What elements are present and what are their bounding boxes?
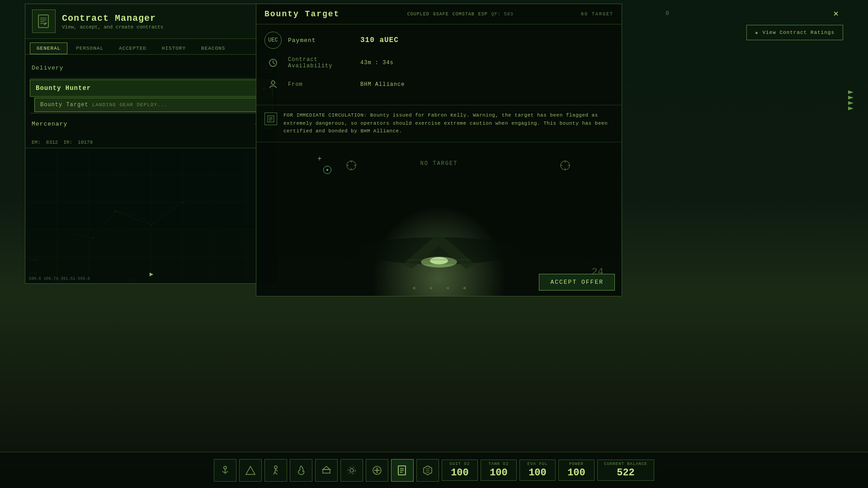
hud-nav-btn-4[interactable] <box>290 459 312 482</box>
ir-label: IR: <box>63 140 72 145</box>
bottom-hud-bar: SUIT O2 100 TANK O2 100 EVA FUL 100 POWE… <box>0 452 868 488</box>
tank-value: 100 <box>490 467 508 479</box>
map-coords: 599.6 100.74 391.51 559.6 <box>29 277 90 281</box>
hud-balance: CURRENT BALANCE 522 <box>597 460 654 481</box>
description-section: FOR IMMEDIATE CIRCULATION: Bounty issued… <box>256 105 622 142</box>
desc-icon <box>264 113 277 125</box>
hud-nav-btn-2[interactable] <box>239 459 262 482</box>
uec-icon: UEC <box>264 32 282 49</box>
person-icon <box>264 76 282 93</box>
svg-point-50 <box>224 466 226 469</box>
indicator-1 <box>848 90 854 94</box>
payment-value: 310 aUEC <box>360 36 399 44</box>
from-label: From <box>288 81 360 88</box>
tab-accepted[interactable]: ACCEPTED <box>112 42 153 54</box>
panel-title: Contract Manager <box>62 13 163 23</box>
category-delivery[interactable]: Delivery 1 <box>25 58 278 77</box>
hud-nav-btn-8[interactable] <box>391 459 414 482</box>
star-icon: ★ <box>755 29 759 36</box>
panel-header: Contract Manager View, accept, and creat… <box>25 4 278 39</box>
from-row: From BHM Alliance <box>264 76 613 93</box>
target-arrow-2: ◄ <box>429 285 432 291</box>
hud-nav-btn-3[interactable] <box>264 459 287 482</box>
tab-beacons[interactable]: BEACONS <box>194 42 232 54</box>
map-grid-svg: 1392.6 1392 1.58 eng <box>25 148 278 283</box>
contracts-icon <box>397 465 408 476</box>
eva-value: 100 <box>528 467 547 479</box>
payment-row: UEC Payment 310 aUEC <box>264 32 613 49</box>
hud-nav-btn-7[interactable] <box>366 459 388 482</box>
hud-nav-btn-1[interactable] <box>214 459 236 482</box>
hud-tank-stat: TANK O2 100 <box>481 460 517 481</box>
qf-label: QF: 583 <box>491 12 514 17</box>
target-arrow-4: ◄ <box>462 285 466 291</box>
uec-symbol: UEC <box>268 37 278 43</box>
indicator-4 <box>848 107 854 110</box>
triangle-icon <box>245 465 256 476</box>
bounty-target-label: Bounty Target <box>40 102 89 108</box>
availability-value: 43m : 34s <box>360 60 394 66</box>
tab-history[interactable]: HISTORY <box>155 42 193 54</box>
close-x-icon: × <box>833 9 839 19</box>
suit-value: 100 <box>451 467 469 479</box>
hud-nav-btn-9[interactable] <box>416 459 439 482</box>
category-list: Delivery 1 Bounty Hunter ▶ Bounty Target… <box>25 55 278 137</box>
svg-line-21 <box>115 211 151 225</box>
stats-row: EM: 8312 IR: 10179 <box>25 137 278 148</box>
svg-line-57 <box>276 469 278 471</box>
accept-offer-button[interactable]: ACCEPT OFFER <box>539 274 615 291</box>
mini-map-area: 1392.6 1392 1.58 eng ▶ 599.6 100.74 391.… <box>25 148 278 283</box>
payment-section: UEC Payment 310 aUEC Contract Availabili… <box>256 24 622 105</box>
anchor-icon <box>220 465 231 476</box>
em-label: EM: <box>32 140 41 145</box>
panel-title-group: Contract Manager View, accept, and creat… <box>62 13 163 30</box>
svg-text:1392: 1392 <box>30 258 38 262</box>
hud-eva-stat: EVA FUL 100 <box>519 460 556 481</box>
person-run-icon <box>270 465 281 476</box>
availability-row: Contract Availability 43m : 34s <box>264 54 613 71</box>
hud-suit-stat: SUIT O2 100 <box>442 460 478 481</box>
target-reticle-right <box>558 159 572 174</box>
delivery-label: Delivery <box>32 65 261 71</box>
bounty-hunter-item[interactable]: Bounty Hunter ▶ <box>30 80 273 97</box>
side-indicators <box>848 90 854 110</box>
svg-point-60 <box>350 469 354 472</box>
hud-nav-btn-6[interactable] <box>340 459 363 482</box>
hexagon-icon <box>422 465 433 476</box>
contract-manager-panel: Contract Manager View, accept, and creat… <box>25 4 278 284</box>
gear-icon <box>346 465 357 476</box>
target-circle <box>323 166 331 174</box>
badge-gsafe: GSAFE <box>433 12 449 17</box>
badge-esp: ESP <box>478 12 488 17</box>
svg-marker-52 <box>246 466 255 474</box>
target-area: NO TARGET + <box>256 142 622 296</box>
svg-line-54 <box>275 469 276 472</box>
target-reticle-left <box>344 159 358 174</box>
svg-line-22 <box>151 202 183 225</box>
target-arrow-1: ◄ <box>412 285 415 291</box>
contract-detail-panel: Bounty Target COUPLED GSAFE COMSTAB ESP … <box>256 4 622 296</box>
svg-rect-58 <box>323 469 330 473</box>
tab-general[interactable]: GENERAL <box>30 42 67 54</box>
view-ratings-label: View Contract Ratings <box>762 30 835 35</box>
view-contract-ratings-button[interactable]: ★ View Contract Ratings <box>746 25 843 40</box>
description-text: FOR IMMEDIATE CIRCULATION: Bounty issued… <box>283 112 613 136</box>
main-close-button[interactable]: × <box>829 6 843 21</box>
panel-subtitle: View, accept, and create contracts <box>62 24 163 30</box>
tab-personal[interactable]: PERSONAL <box>69 42 110 54</box>
payment-label: Payment <box>288 37 360 44</box>
svg-rect-0 <box>38 15 48 28</box>
eva-label: EVA FUL <box>528 462 548 466</box>
category-mercenary[interactable]: Mercenary — 1 <box>25 114 278 133</box>
bounty-target-item[interactable]: Bounty Target LANDING GEAR DEPLOY... <box>34 98 273 112</box>
tabs-bar: GENERAL PERSONAL ACCEPTED HISTORY BEACON… <box>25 39 278 55</box>
svg-point-48 <box>430 257 448 264</box>
badge-no-target: NO TARGET <box>581 12 613 17</box>
svg-text:1.58: 1.58 <box>129 278 137 282</box>
hud-nav-btn-5[interactable] <box>315 459 338 482</box>
power-value: 100 <box>567 467 585 479</box>
bounty-target-suffix: LANDING GEAR DEPLOY... <box>92 102 168 108</box>
flame-icon <box>296 465 307 476</box>
ship-icon <box>321 465 332 476</box>
indicator-3 <box>848 101 854 105</box>
